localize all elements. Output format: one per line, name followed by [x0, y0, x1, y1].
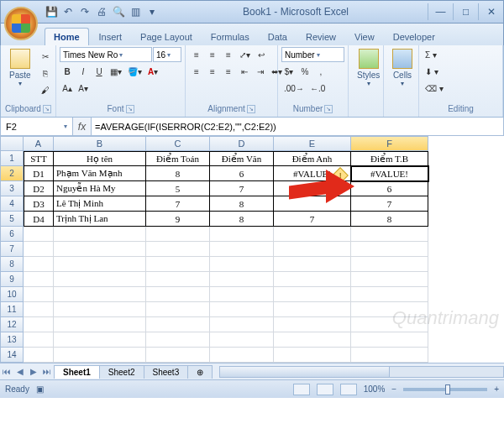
clipboard-launcher-icon[interactable]: ↘ [43, 105, 51, 113]
cell[interactable] [274, 257, 351, 272]
cell[interactable] [351, 227, 428, 242]
cell[interactable] [274, 242, 351, 257]
cell[interactable] [24, 272, 54, 287]
tab-data[interactable]: Data [260, 29, 296, 45]
align-top-button[interactable]: ≡ [189, 47, 204, 62]
cell[interactable]: Điểm Toán [146, 151, 210, 166]
cell[interactable] [274, 348, 351, 363]
new-icon[interactable]: ▥ [129, 5, 142, 18]
new-sheet-button[interactable]: ⊕ [187, 365, 213, 379]
align-right-button[interactable]: ≡ [221, 64, 236, 79]
paste-button[interactable]: Paste ▾ [4, 47, 36, 89]
cells-button[interactable]: Cells▾ [387, 47, 417, 89]
tab-developer[interactable]: Developer [385, 29, 444, 45]
row-header[interactable]: 2 [0, 166, 24, 181]
row-header[interactable]: 8 [0, 257, 24, 272]
font-launcher-icon[interactable]: ↘ [126, 105, 134, 113]
cell[interactable]: D3 [24, 196, 54, 212]
decrease-decimal-button[interactable]: ←.0 [307, 81, 328, 96]
number-launcher-icon[interactable]: ↘ [324, 105, 333, 113]
sheet-tab[interactable]: Sheet1 [54, 365, 100, 379]
minimize-button[interactable]: — [428, 3, 453, 20]
cell[interactable] [210, 257, 274, 272]
autosum-button[interactable]: Σ ▾ [423, 47, 439, 62]
orientation-button[interactable]: ⤢▾ [237, 47, 253, 62]
formula-input[interactable]: =AVERAGE(IF(ISERROR(C2:E2),"",C2:E2)) [92, 118, 503, 135]
shrink-font-button[interactable]: A▾ [76, 81, 91, 96]
cell[interactable] [274, 302, 351, 317]
cell[interactable] [24, 317, 54, 332]
cell[interactable] [54, 287, 146, 302]
cell[interactable]: 8 [210, 212, 274, 227]
cell[interactable] [210, 242, 274, 257]
cut-button[interactable]: ✂ [38, 49, 53, 64]
cell[interactable] [146, 227, 210, 242]
print-icon[interactable]: 🖨 [95, 5, 108, 18]
column-header[interactable]: E [274, 136, 351, 151]
wrap-text-button[interactable]: ↩ [254, 47, 269, 62]
fill-button[interactable]: ⬇ ▾ [423, 64, 441, 79]
save-icon[interactable]: 💾 [45, 5, 58, 18]
row-header[interactable]: 11 [0, 302, 24, 317]
spreadsheet-grid[interactable]: ABCDEF 1234567891011121314 ! STTHọ tênĐi… [0, 136, 504, 363]
cell[interactable] [351, 287, 428, 302]
cell[interactable]: Trịnh Thị Lan [54, 212, 146, 227]
sheet-nav-next[interactable]: ▶ [27, 367, 40, 376]
macro-record-icon[interactable]: ▣ [36, 384, 44, 394]
column-header[interactable]: B [54, 136, 146, 151]
cell[interactable] [54, 348, 146, 363]
cell[interactable] [24, 257, 54, 272]
cell[interactable] [24, 242, 54, 257]
cell[interactable] [146, 317, 210, 332]
italic-button[interactable]: I [76, 64, 91, 79]
cell[interactable] [274, 317, 351, 332]
alignment-launcher-icon[interactable]: ↘ [247, 105, 255, 113]
cell[interactable] [210, 287, 274, 302]
cell[interactable]: 7 [274, 212, 351, 227]
cell[interactable] [274, 287, 351, 302]
align-left-button[interactable]: ≡ [189, 64, 204, 79]
cell[interactable]: Điểm Anh [274, 151, 351, 166]
tab-home[interactable]: Home [45, 28, 89, 45]
maximize-button[interactable]: □ [453, 3, 478, 20]
cell[interactable]: 8 [351, 212, 428, 227]
tab-review[interactable]: Review [297, 29, 344, 45]
cell[interactable] [351, 272, 428, 287]
increase-indent-button[interactable]: ⇥ [253, 64, 268, 79]
cell[interactable]: STT [24, 151, 54, 166]
row-header[interactable]: 12 [0, 317, 24, 332]
undo-icon[interactable]: ↶ [61, 5, 75, 18]
cell[interactable] [24, 332, 54, 348]
cell[interactable] [54, 257, 146, 272]
zoom-in-button[interactable]: + [494, 384, 499, 394]
percent-button[interactable]: % [297, 64, 312, 79]
cell[interactable]: D2 [24, 181, 54, 196]
copy-button[interactable]: ⎘ [38, 65, 53, 81]
cell[interactable]: 7 [146, 196, 210, 212]
cell[interactable]: 9 [146, 212, 210, 227]
column-header[interactable]: C [146, 136, 210, 151]
cell[interactable]: 5 [146, 181, 210, 196]
page-layout-view-button[interactable] [317, 384, 333, 395]
cell[interactable] [24, 227, 54, 242]
cell[interactable]: 6 [351, 181, 428, 196]
column-header[interactable]: D [210, 136, 274, 151]
cell[interactable] [146, 348, 210, 363]
border-button[interactable]: ▦▾ [108, 64, 124, 79]
preview-icon[interactable]: 🔍 [112, 5, 125, 18]
column-header[interactable]: F [351, 136, 428, 151]
cell[interactable] [210, 227, 274, 242]
tab-formulas[interactable]: Formulas [202, 29, 258, 45]
cell[interactable]: 8 [210, 196, 274, 212]
cell[interactable] [24, 287, 54, 302]
zoom-slider[interactable] [403, 388, 487, 391]
cell[interactable] [24, 302, 54, 317]
tab-page-layout[interactable]: Page Layout [132, 29, 201, 45]
cell[interactable] [351, 332, 428, 348]
sheet-nav-last[interactable]: ⏭ [40, 367, 54, 376]
office-button[interactable] [4, 7, 38, 40]
select-all-corner[interactable] [0, 136, 24, 151]
cell[interactable]: Nguyễn Hà My [54, 181, 146, 196]
cell[interactable] [146, 242, 210, 257]
align-middle-button[interactable]: ≡ [205, 47, 220, 62]
